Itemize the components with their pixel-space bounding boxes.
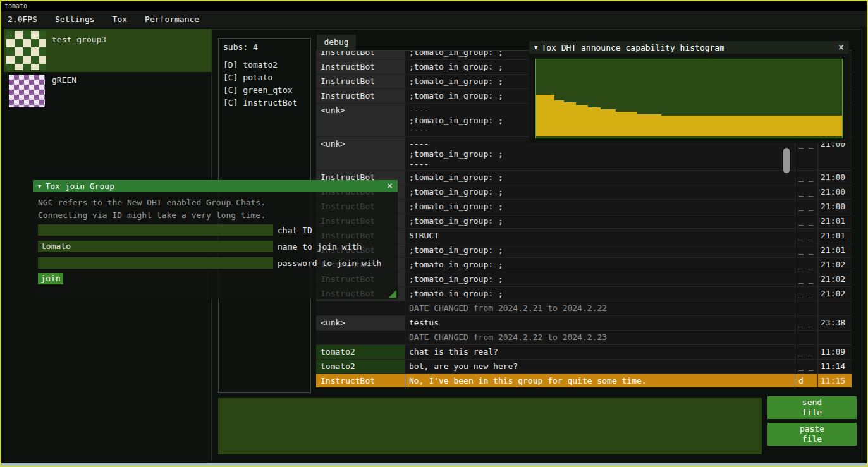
histogram-window-titlebar[interactable]: ▼ Tox DHT announce capability histogram … [529, 41, 849, 54]
menu-tox[interactable]: Tox [113, 15, 127, 24]
subs-member[interactable]: [C] green_qtox [223, 84, 310, 97]
column-separator [405, 51, 405, 387]
date-changed-text: DATE CHANGED from 2024.2.21 to 2024.2.22 [405, 301, 852, 315]
message-sender: InstructBot [316, 60, 405, 74]
message-sender: InstructBot [316, 51, 405, 59]
message-sender: InstructBot [316, 75, 405, 88]
message-sender: tomato2 [316, 360, 405, 373]
message-time: 21:00 [817, 200, 852, 214]
message-time: 23:38 [817, 316, 852, 330]
message-time: 11:14 [817, 360, 852, 373]
join-group-window: ▼ Tox join Group × NGC refers to the New… [33, 180, 398, 299]
histogram-bar [576, 105, 588, 136]
message-row[interactable]: tomato2chat is this real?_ _11:09 [316, 345, 852, 360]
message-sender: <unk> [316, 104, 405, 136]
subs-member[interactable]: [D] tomato2 [223, 59, 310, 71]
join-name-label: name to join with [278, 242, 362, 252]
menu-bar: 2.0FPS Settings Tox Performance [1, 11, 867, 27]
message-time: 21:01 [817, 229, 852, 243]
subs-count-header: subs: 4 [219, 39, 310, 52]
subs-member[interactable]: [C] InstructBot [223, 97, 310, 109]
message-text: STRUCT [405, 229, 795, 243]
message-text: testus [405, 316, 795, 330]
message-time: 21:00 [817, 185, 852, 199]
message-text: ;tomato_in_group: ; [405, 272, 795, 286]
bottom-window-edge [1, 463, 867, 466]
join-button[interactable]: join [38, 273, 63, 284]
message-time: 21:02 [817, 258, 852, 272]
message-status-flags: _ _ [795, 287, 817, 301]
message-status-flags: _ _ [795, 171, 817, 185]
subs-member[interactable]: [C] potato [223, 71, 310, 84]
message-text: ;tomato_in_group: ; [405, 171, 795, 185]
date-separator-row[interactable]: DATE CHANGED from 2024.2.22 to 2024.2.23 [316, 331, 852, 345]
histogram-window-body [529, 54, 849, 143]
message-text: ;tomato_in_group: ; [405, 287, 795, 301]
message-status-flags: _ _ [795, 272, 817, 286]
histogram-bar [661, 116, 842, 136]
message-status-flags: _ _ [795, 200, 817, 214]
message-time: 21:01 [817, 243, 852, 257]
send-file-button[interactable]: send file [767, 396, 857, 419]
message-row[interactable]: tomato2bot, are you new here?_ _11:14 [316, 360, 852, 374]
message-time: 11:09 [817, 345, 852, 359]
date-row-spacer [316, 301, 405, 315]
window-title: tomato [4, 3, 27, 9]
histogram-bar [616, 112, 637, 136]
message-time: 21:01 [817, 214, 852, 228]
histogram-bar [554, 100, 564, 136]
histogram-bar [601, 109, 616, 136]
collapse-arrow-icon[interactable]: ▼ [38, 183, 41, 190]
histogram-bar [564, 102, 576, 136]
menu-settings[interactable]: Settings [55, 15, 95, 24]
message-time: 21:00 [817, 171, 852, 185]
group-name: test_group3 [52, 35, 106, 44]
group-avatar-green-icon[interactable] [9, 75, 45, 107]
message-text: ;tomato_in_group: ; [405, 258, 795, 272]
group-name[interactable]: gREEN [52, 75, 76, 85]
message-text: ;tomato_in_group: ; [405, 185, 795, 199]
join-password-input[interactable] [38, 257, 273, 269]
tab-debug[interactable]: debug [317, 35, 356, 50]
message-input[interactable] [218, 398, 762, 454]
join-close-icon[interactable]: × [387, 181, 393, 191]
join-window-body: NGC refers to the New DHT enabled Group … [33, 192, 398, 299]
chat-id-input[interactable] [38, 224, 273, 236]
resize-grip[interactable] [389, 290, 396, 298]
message-time: 21:02 [817, 272, 852, 286]
message-status-flags: _ _ [795, 345, 817, 359]
menu-performance[interactable]: Performance [145, 15, 199, 24]
date-separator-row[interactable]: DATE CHANGED from 2024.2.21 to 2024.2.22 [316, 301, 852, 316]
histogram-window: ▼ Tox DHT announce capability histogram … [529, 41, 849, 143]
message-text: ;tomato_in_group: ; [405, 200, 795, 214]
paste-file-button[interactable]: paste file [767, 423, 857, 446]
message-status-flags: _ _ [795, 214, 817, 228]
histogram-window-title: Tox DHT announce capability histogram [541, 43, 724, 52]
join-info-text: Connecting via ID might take a very long… [38, 210, 266, 220]
subs-member-list: [D] tomato2 [C] potato [C] green_qtox [C… [219, 52, 310, 109]
message-status-flags: _ _ [795, 316, 817, 330]
chat-scrollbar-thumb[interactable] [783, 148, 790, 173]
histogram-close-icon[interactable]: × [838, 43, 844, 52]
message-text: ;tomato_in_group: ; [405, 214, 795, 228]
histogram-bar [637, 114, 662, 136]
message-time: 11:15 [817, 374, 852, 387]
join-window-titlebar[interactable]: ▼ Tox join Group × [33, 180, 398, 192]
message-status-flags: _ _ [795, 243, 817, 257]
chat-id-label: chat ID [278, 226, 312, 235]
window-titlebar: tomato [1, 1, 867, 11]
message-row[interactable]: <unk>testus_ _23:38 [316, 316, 852, 331]
date-changed-text: DATE CHANGED from 2024.2.22 to 2024.2.23 [405, 331, 852, 344]
join-window-title: Tox join Group [45, 181, 114, 191]
message-row[interactable]: InstructBotNo, I've been in this group f… [316, 374, 852, 387]
join-info-text: NGC refers to the New DHT enabled Group … [38, 198, 266, 207]
fps-counter: 2.0FPS [8, 15, 37, 24]
histogram-bar [588, 107, 600, 136]
message-sender: InstructBot [316, 374, 405, 387]
message-sender: InstructBot [316, 89, 405, 103]
message-status-flags: d [795, 374, 817, 387]
message-time: 21:02 [817, 287, 852, 301]
collapse-arrow-icon[interactable]: ▼ [534, 44, 537, 51]
join-name-input[interactable]: tomato [38, 241, 273, 252]
message-text: ;tomato_in_group: ; [405, 243, 795, 257]
